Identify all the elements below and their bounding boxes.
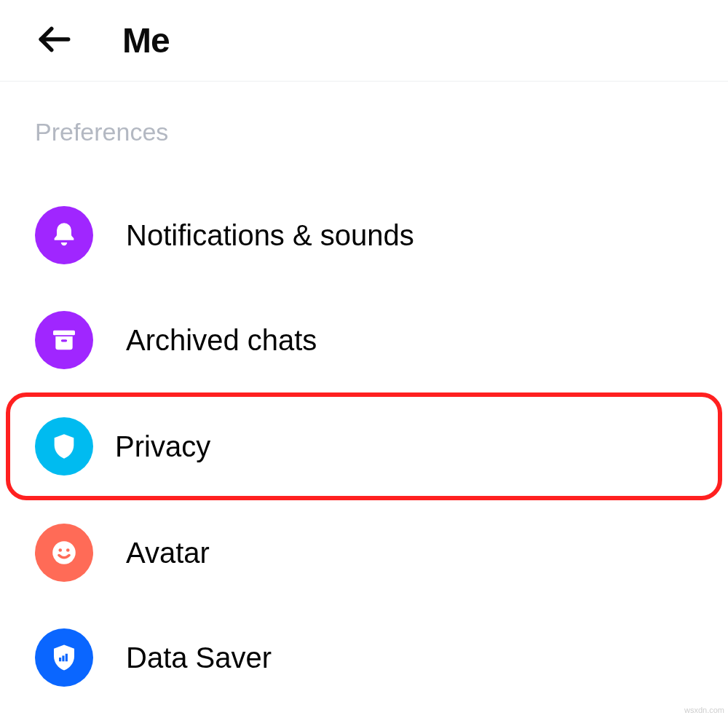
item-label: Archived chats [126,324,317,357]
svg-point-4 [58,548,62,552]
svg-point-5 [66,548,70,552]
svg-rect-7 [62,655,64,661]
svg-rect-1 [53,331,75,336]
header: Me [0,0,728,82]
page-title: Me [122,20,170,60]
list-item-notifications[interactable]: Notifications & sounds [0,183,728,288]
svg-rect-6 [59,658,61,661]
bell-icon [35,206,93,264]
back-arrow-icon [36,21,73,60]
data-saver-icon [35,628,93,687]
shield-icon [35,417,93,476]
item-label: Data Saver [126,642,272,674]
archive-icon [35,311,93,369]
section-label: Preferences [35,118,693,146]
item-label: Avatar [126,537,210,569]
avatar-icon [35,524,93,582]
preferences-section: Preferences Notifications & sounds Archi… [0,82,728,710]
back-button[interactable] [36,21,73,60]
item-label: Notifications & sounds [126,219,414,252]
list-item-archived-chats[interactable]: Archived chats [0,288,728,392]
svg-point-3 [52,541,76,564]
list-item-data-saver[interactable]: Data Saver [0,605,728,710]
watermark: wsxdn.com [684,706,724,714]
svg-rect-8 [66,654,68,662]
list-item-avatar[interactable]: Avatar [0,500,728,605]
preferences-list: Notifications & sounds Archived chats Pr… [0,183,728,710]
item-label: Privacy [115,430,210,463]
list-item-privacy[interactable]: Privacy [6,392,722,500]
svg-rect-2 [61,339,67,342]
